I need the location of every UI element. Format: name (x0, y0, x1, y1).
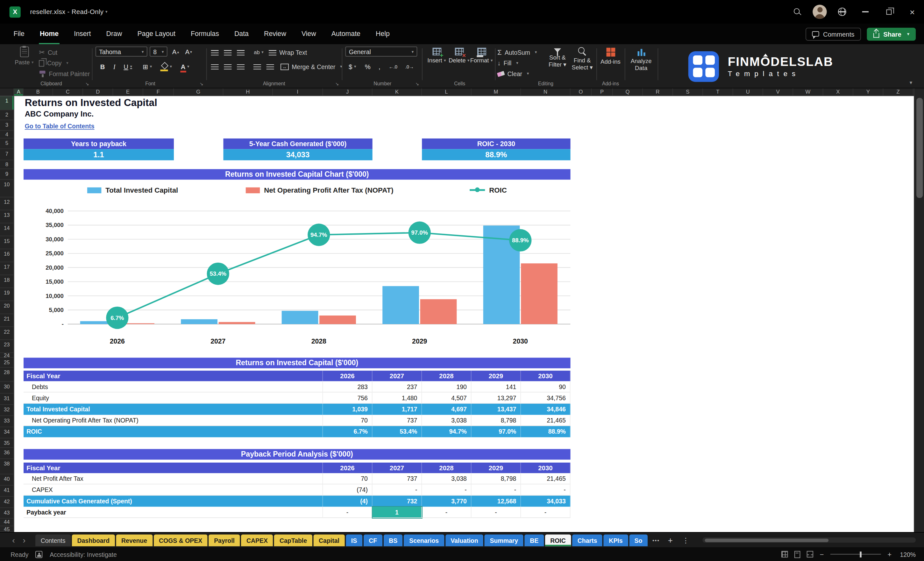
percent-style-button[interactable]: % (362, 61, 374, 72)
search-button[interactable] (786, 0, 808, 24)
decrease-font-size-button[interactable]: A▾ (183, 46, 195, 57)
clear-button[interactable]: Clear▾ (497, 69, 537, 79)
menu-tab-home[interactable]: Home (32, 24, 66, 44)
cell-value[interactable]: 12,568 (471, 496, 521, 507)
row-header-14[interactable]: 14 (0, 223, 14, 236)
table-header-year[interactable]: 2026 (323, 463, 372, 473)
copy-button[interactable]: Copy▾ (39, 58, 90, 68)
cell-value[interactable]: 737 (372, 415, 422, 426)
row-header-21[interactable]: 21 (0, 314, 14, 327)
page-layout-view-icon[interactable] (794, 551, 801, 558)
cell-value[interactable]: 90 (521, 381, 570, 392)
sheet-tab-scenarios[interactable]: Scenarios (404, 534, 444, 546)
cell-value[interactable]: 1 (372, 507, 422, 518)
row-header-8[interactable]: 8 (0, 160, 14, 169)
sheet-tab-cf[interactable]: CF (364, 534, 382, 546)
presence-button[interactable] (831, 0, 854, 24)
sheet-tab-captable[interactable]: CapTable (274, 534, 312, 546)
paste-button[interactable]: Paste▾ (13, 46, 35, 65)
tab-overflow-button[interactable]: ••• (652, 537, 660, 543)
column-header-g[interactable]: G (174, 88, 223, 96)
cell-value[interactable]: 737 (372, 473, 422, 484)
cell-value[interactable]: 3,038 (422, 473, 471, 484)
row-label[interactable]: ROIC (24, 426, 323, 437)
cell-value[interactable]: 34,846 (521, 404, 570, 415)
tab-scroll-right-icon[interactable]: › (19, 534, 29, 547)
row-label[interactable]: Net Profit After Tax (24, 473, 323, 484)
table-of-contents-link[interactable]: Go to Table of Contents (25, 123, 94, 130)
cell-value[interactable]: - (422, 507, 471, 518)
alignment-dialog-launcher-icon[interactable]: ↘ (335, 81, 339, 87)
sheet-options-button[interactable]: ⋮ (682, 536, 689, 544)
close-button[interactable]: × (900, 0, 924, 24)
cell-value[interactable]: 8,798 (471, 473, 521, 484)
column-header-i[interactable]: I (273, 88, 323, 96)
row-label[interactable]: Cumulative Cash Generated (Spent) (24, 496, 323, 507)
decrease-decimal-button[interactable]: .0→ (402, 61, 417, 72)
row-header-15[interactable]: 15 (0, 236, 14, 249)
chart-section-header[interactable]: Returns on Invested Capital Chart ($'000… (24, 169, 571, 180)
cell-value[interactable]: 4,697 (422, 404, 471, 415)
column-header-o[interactable]: O (571, 88, 592, 96)
table-header-year[interactable]: 2030 (521, 463, 570, 473)
cell-value[interactable]: 97.0% (471, 426, 521, 437)
align-right-button[interactable] (235, 61, 246, 72)
row-header-4[interactable]: 4 (0, 131, 14, 138)
cell-value[interactable]: 70 (323, 473, 372, 484)
column-header-p[interactable]: P (592, 88, 613, 96)
cell-value[interactable]: - (521, 484, 570, 495)
sheet-tab-valuation[interactable]: Valuation (445, 534, 483, 546)
cell-value[interactable]: 88.9% (521, 426, 570, 437)
cell-value[interactable]: 237 (372, 381, 422, 392)
column-header-x[interactable]: X (824, 88, 854, 96)
horizontal-scrollbar-thumb[interactable] (705, 538, 828, 542)
table-header-label[interactable]: Fiscal Year (24, 370, 323, 381)
menu-tab-view[interactable]: View (294, 24, 324, 44)
row-header-24[interactable]: 24 (0, 353, 14, 358)
row-header-42[interactable]: 42 (0, 496, 14, 508)
align-middle-button[interactable] (222, 47, 233, 58)
cell-value[interactable]: - (323, 507, 372, 518)
new-sheet-button[interactable]: + (668, 535, 673, 545)
cell-value[interactable]: (74) (323, 484, 372, 495)
row-header-9[interactable]: 9 (0, 169, 14, 180)
sheet-tab-contents[interactable]: Contents (35, 534, 70, 546)
sheet-tab-summary[interactable]: Summary (484, 534, 524, 546)
table-header-year[interactable]: 2030 (521, 370, 570, 381)
cell-value[interactable]: 8,798 (471, 415, 521, 426)
orientation-button[interactable]: ab▾ (251, 47, 266, 58)
cell-value[interactable]: - (521, 507, 570, 518)
menu-tab-help[interactable]: Help (368, 24, 398, 44)
normal-view-icon[interactable] (782, 551, 788, 557)
cell-value[interactable]: 3,770 (422, 496, 471, 507)
cell-value[interactable]: - (372, 484, 422, 495)
row-header-23[interactable]: 23 (0, 340, 14, 353)
cut-button[interactable]: ✂Cut (39, 48, 90, 57)
cell-value[interactable]: 34,033 (521, 496, 570, 507)
row-header-13[interactable]: 13 (0, 210, 14, 224)
column-header-d[interactable]: D (83, 88, 113, 96)
clipboard-dialog-launcher-icon[interactable]: ↘ (86, 81, 89, 87)
align-bottom-button[interactable] (235, 47, 246, 58)
align-top-button[interactable] (208, 47, 220, 58)
menu-tab-formulas[interactable]: Formulas (183, 24, 227, 44)
row-header-33[interactable]: 33 (0, 416, 14, 427)
accounting-format-button[interactable]: $▾ (345, 61, 360, 72)
horizontal-scrollbar[interactable] (702, 537, 916, 543)
row-header-32[interactable]: 32 (0, 405, 14, 416)
sheet-tab-dashboard[interactable]: Dashboard (72, 534, 115, 546)
increase-decimal-button[interactable]: ←.0 (385, 61, 400, 72)
zoom-level[interactable]: 120% (898, 551, 916, 558)
zoom-slider-thumb[interactable] (860, 551, 862, 557)
row-header-5[interactable]: 5 (0, 138, 14, 149)
zoom-slider[interactable] (830, 554, 881, 555)
column-header-k[interactable]: K (372, 88, 422, 96)
row-header-44[interactable]: 44 (0, 519, 14, 526)
collapse-ribbon-icon[interactable]: ▾ (910, 80, 912, 86)
title-chevron-icon[interactable]: ▾ (105, 9, 108, 14)
column-header-n[interactable]: N (521, 88, 570, 96)
column-header-w[interactable]: W (793, 88, 823, 96)
column-header-y[interactable]: Y (854, 88, 883, 96)
sheet-tab-payroll[interactable]: Payroll (209, 534, 240, 546)
restore-button[interactable] (877, 0, 900, 24)
